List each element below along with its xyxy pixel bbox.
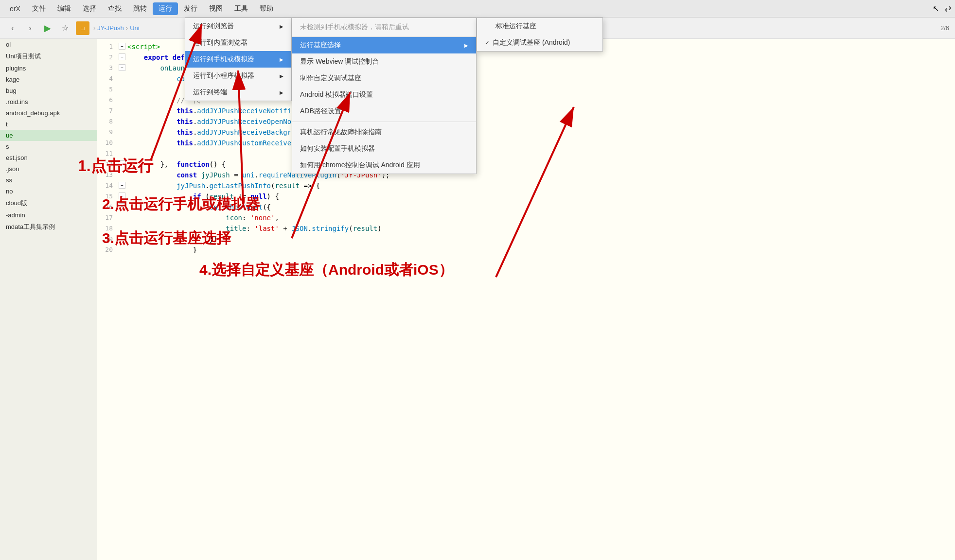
menu-phone-dropdown: 未检测到手机或模拟器，请稍后重试 运行基座选择 ▶ 显示 Webview 调试控… [292,18,477,174]
menu-troubleshoot-label: 真机运行常见故障排除指南 [300,128,382,137]
line-number: 3 [101,64,119,71]
menu-install-simulator[interactable]: 如何安装配置手机模拟器 [292,140,476,157]
menu-edit[interactable]: 编辑 [52,2,77,15]
menu-view[interactable]: 视图 [203,2,229,15]
sidebar: ol Uni项目测试 plugins kage bug .roid.ins an… [0,39,97,560]
menu-custom-base[interactable]: ✓ 自定义调试基座 (Android) [477,35,602,51]
menu-select[interactable]: 选择 [77,2,102,15]
sidebar-item-json[interactable]: .json [0,163,97,175]
menu-run[interactable]: 运行 [153,2,178,15]
line-number: 19 [101,235,119,243]
menu-webview-debug[interactable]: 显示 Webview 调试控制台 [292,53,476,70]
menu-divider [292,122,476,122]
sidebar-item-cloud[interactable]: cloud版 [0,197,97,210]
sidebar-item-no[interactable]: no [0,186,97,197]
menu-base-select[interactable]: 运行基座选择 ▶ [292,37,476,53]
fold-button[interactable]: − [119,203,125,210]
menu-run-builtin-browser[interactable]: 运行到内置浏览器 [185,35,291,51]
fold-button[interactable]: − [119,160,125,167]
sidebar-item-estjson[interactable]: est.json [0,152,97,163]
menu-run-browser[interactable]: 运行到浏览器 ▶ [185,18,291,35]
sidebar-item-kage[interactable]: kage [0,74,97,85]
back-button[interactable]: ‹ [6,21,19,35]
menu-troubleshoot[interactable]: 真机运行常见故障排除指南 [292,124,476,140]
page-counter: 2/6 [940,24,949,32]
menu-run-phone[interactable]: 运行到手机或模拟器 ▶ [185,51,291,68]
sidebar-item-ol[interactable]: ol [0,39,97,50]
menu-find[interactable]: 查找 [102,2,127,15]
sidebar-item-roid[interactable]: .roid.ins [0,96,97,107]
line-number: 11 [101,150,119,157]
line-number: 4 [101,75,119,82]
menu-standard-base[interactable]: 标准运行基座 [477,18,602,35]
menu-help[interactable]: 帮助 [254,2,279,15]
menu-adb-path[interactable]: ADB路径设置 [292,103,476,120]
code-line-8: 8 this.addJYJPushReceiveOpenNotification… [97,118,955,128]
bookmark-icon[interactable]: ☆ [58,21,72,35]
menu-android-port[interactable]: Android 模拟器端口设置 [292,87,476,103]
code-content: }) [127,235,951,243]
forward-button[interactable]: › [23,21,37,35]
code-content: uni.showToast({ [127,203,951,211]
file-icon: □ [76,21,89,35]
line-number: 15 [101,192,119,200]
sidebar-item-vue[interactable]: ue [0,130,97,141]
line-number: 20 [101,246,119,253]
menu-file[interactable]: 文件 [26,2,52,15]
code-line-16: 16 − uni.showToast({ [97,203,955,214]
menu-run-miniprogram[interactable]: 运行到小程序模拟器 ▶ [185,68,291,84]
line-number: 6 [101,96,119,104]
code-line-20: 20 } [97,246,955,257]
line-number: 1 [101,43,119,50]
sidebar-item-apk[interactable]: android_debug.apk [0,107,97,119]
code-line-10: 10 this.addJYJPushCustomReceiveNotificat… [97,139,955,150]
line-number: 14 [101,182,119,189]
menu-android-port-label: Android 模拟器端口设置 [300,90,373,99]
code-content: this.addJYJPushReceiveOpenNotificationLi… [127,118,951,125]
breadcrumb-separator2: › [126,24,128,32]
run-button[interactable]: ▶ [41,21,54,35]
fold-button[interactable]: − [119,43,125,50]
code-content: }, function() { [127,160,951,168]
sidebar-item-admin[interactable]: -admin [0,210,97,221]
no-device-message: 未检测到手机或模拟器，请稍后重试 [292,18,476,37]
submenu-arrow: ▶ [280,73,283,79]
sidebar-item-ss[interactable]: ss [0,175,97,186]
code-content: if (result != null) { [127,192,951,200]
menu-install-label: 如何安装配置手机模拟器 [300,144,375,153]
breadcrumb-separator: › [93,24,95,32]
fold-button[interactable]: − [119,64,125,71]
menu-make-custom-base[interactable]: 制作自定义调试基座 [292,70,476,87]
menu-run-terminal[interactable]: 运行到终端 ▶ [185,84,291,101]
line-number: 12 [101,160,119,168]
breadcrumb-project[interactable]: JY-JPush [97,24,124,32]
line-number: 8 [101,118,119,125]
sidebar-item-bug[interactable]: bug [0,85,97,96]
menu-publish[interactable]: 发行 [178,2,203,15]
sidebar-item-mdata[interactable]: mdata工具集示例 [0,221,97,233]
menu-webview-label: 显示 Webview 调试控制台 [300,57,379,66]
fold-button[interactable]: − [119,192,125,199]
code-content: jyJPush.getLastPushInfo(result => { [127,182,951,190]
standard-base-label: 标准运行基座 [495,22,536,31]
breadcrumb-file[interactable]: Uni [130,24,140,32]
fold-button[interactable]: − [119,182,125,189]
line-number: 2 [101,53,119,61]
code-editor[interactable]: 1 − <script> 2 − export default { 3 − on… [97,39,955,560]
code-line-17: 17 icon: 'none', [97,214,955,225]
code-line-15: 15 − if (result != null) { [97,192,955,203]
menu-erx[interactable]: erX [4,3,26,15]
sidebar-item-s[interactable]: s [0,141,97,152]
menu-tools[interactable]: 工具 [229,2,254,15]
sidebar-item-t[interactable]: t [0,119,97,130]
sidebar-item-uni-project[interactable]: Uni项目测试 [0,50,97,63]
submenu-arrow: ▶ [280,57,283,62]
line-number: 5 [101,86,119,93]
menu-base-select-label: 运行基座选择 [300,41,341,50]
menu-chrome-debug[interactable]: 如何用 chrome控制台调试 Android 应用 [292,157,476,174]
menu-jump[interactable]: 跳转 [127,2,153,15]
fold-button[interactable]: − [119,53,125,60]
sidebar-item-plugins[interactable]: plugins [0,63,97,74]
code-content: this.addJYJPushReceiveBackgroudNotificat… [127,128,951,136]
line-number: 18 [101,225,119,232]
